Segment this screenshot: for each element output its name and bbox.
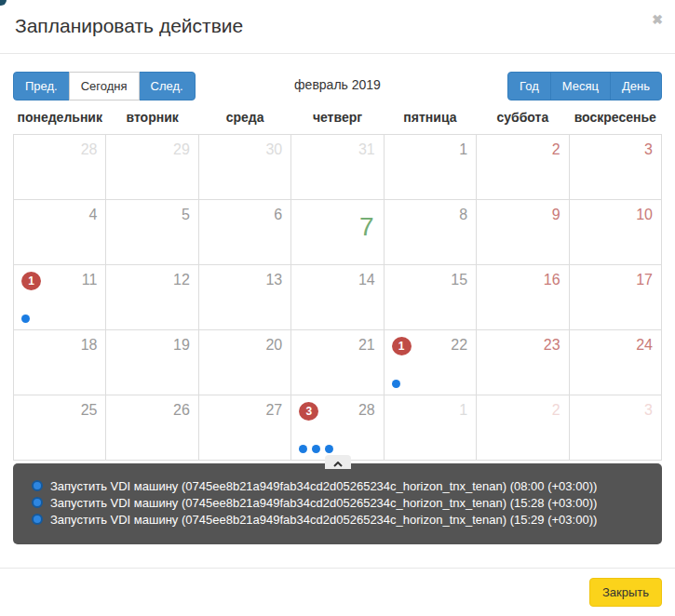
day-number: 19 (173, 337, 190, 354)
day-number: 7 (359, 212, 374, 242)
day-cell-29[interactable]: 29 (106, 135, 198, 200)
day-number: 2 (552, 141, 560, 158)
day-number: 1 (459, 402, 467, 419)
event-dots (21, 315, 30, 323)
day-cell-11[interactable]: 111 (14, 265, 106, 330)
day-number: 30 (265, 141, 282, 158)
day-number: 29 (173, 141, 190, 158)
event-text: Запустить VDI машину (0745ee8b21a949fab3… (50, 496, 597, 510)
calendar-week-row: 111121314151617 (14, 265, 662, 330)
day-number: 2 (552, 402, 560, 419)
day-cell-1[interactable]: 1 (384, 395, 476, 461)
nav--button[interactable]: Сегодня (69, 72, 140, 100)
calendar-week-row: 28293031123 (14, 135, 662, 200)
weekday-header: четверг (291, 104, 384, 135)
weekday-header: среда (198, 104, 290, 135)
day-cell-14[interactable]: 14 (291, 265, 384, 330)
day-cell-6[interactable]: 6 (198, 200, 290, 265)
day-cell-10[interactable]: 10 (569, 200, 661, 265)
day-number: 8 (459, 207, 467, 223)
events-tooltip: Запустить VDI машину (0745ee8b21a949fab3… (13, 463, 662, 544)
day-number: 11 (82, 272, 98, 288)
close-button[interactable]: Закрыть (589, 578, 662, 607)
day-cell-3[interactable]: 3 (569, 395, 661, 461)
view--button[interactable]: Месяц (550, 72, 611, 100)
day-number: 1 (459, 141, 467, 158)
day-cell-28[interactable]: 328 (291, 395, 384, 461)
nav--button[interactable]: След. (139, 72, 196, 100)
day-cell-31[interactable]: 31 (291, 135, 384, 200)
event-dot-icon (299, 445, 307, 453)
event-list-item[interactable]: Запустить VDI машину (0745ee8b21a949fab3… (32, 511, 645, 528)
event-list-item[interactable]: Запустить VDI машину (0745ee8b21a949fab3… (32, 494, 645, 511)
day-cell-20[interactable]: 20 (198, 330, 290, 395)
day-cell-3[interactable]: 3 (569, 135, 661, 200)
day-number: 5 (182, 207, 190, 223)
event-dots (392, 380, 400, 388)
event-text: Запустить VDI машину (0745ee8b21a949fab3… (50, 513, 597, 527)
day-cell-23[interactable]: 23 (477, 330, 569, 395)
event-bullet-icon (32, 514, 43, 525)
day-number: 23 (544, 337, 560, 354)
day-cell-21[interactable]: 21 (291, 330, 384, 395)
day-cell-30[interactable]: 30 (198, 135, 290, 200)
day-cell-9[interactable]: 9 (477, 200, 569, 265)
day-cell-28[interactable]: 28 (14, 135, 106, 200)
day-cell-13[interactable]: 13 (198, 265, 290, 330)
day-cell-24[interactable]: 24 (569, 330, 661, 395)
day-number: 31 (358, 141, 375, 158)
day-number: 28 (358, 402, 375, 419)
weekday-header: суббота (477, 104, 569, 135)
day-number: 4 (89, 207, 98, 223)
day-number: 24 (636, 337, 653, 354)
calendar-week-row: 45678910 (14, 200, 662, 265)
event-dot-icon (21, 315, 30, 323)
event-count-badge: 1 (392, 337, 412, 355)
nav--button[interactable]: Пред. (13, 72, 70, 100)
event-count-badge: 3 (299, 402, 318, 421)
day-cell-2[interactable]: 2 (477, 395, 569, 461)
day-cell-5[interactable]: 5 (106, 200, 198, 265)
event-text: Запустить VDI машину (0745ee8b21a949fab3… (50, 479, 597, 493)
day-cell-27[interactable]: 27 (198, 395, 290, 461)
event-bullet-icon (32, 480, 43, 491)
day-number: 17 (636, 272, 653, 288)
modal-header: Запланировать действие ✖ (0, 0, 675, 54)
day-number: 22 (451, 337, 467, 354)
event-list-item[interactable]: Запустить VDI машину (0745ee8b21a949fab3… (32, 477, 645, 494)
weekday-header-row: понедельниквторниксредачетвергпятницасуб… (14, 104, 662, 135)
day-cell-7[interactable]: 7 (291, 200, 384, 265)
day-cell-25[interactable]: 25 (14, 395, 106, 461)
day-number: 25 (81, 402, 98, 419)
event-count-badge: 1 (21, 272, 41, 290)
calendar-table: понедельниквторниксредачетвергпятницасуб… (13, 104, 662, 461)
day-cell-26[interactable]: 26 (106, 395, 198, 461)
day-cell-17[interactable]: 17 (569, 265, 661, 330)
day-cell-16[interactable]: 16 (477, 265, 569, 330)
calendar-nav-group: Пред.СегодняСлед. (13, 72, 196, 100)
collapse-tab[interactable] (325, 455, 351, 469)
event-dots (299, 445, 333, 453)
day-cell-8[interactable]: 8 (384, 200, 476, 265)
day-number: 16 (544, 272, 560, 288)
day-number: 3 (644, 402, 653, 419)
day-cell-2[interactable]: 2 (477, 135, 569, 200)
day-cell-15[interactable]: 15 (384, 265, 476, 330)
close-icon[interactable]: ✖ (652, 13, 663, 26)
event-dot-icon (392, 380, 400, 388)
day-cell-18[interactable]: 18 (14, 330, 106, 395)
view--button[interactable]: День (610, 72, 662, 100)
day-number: 9 (552, 207, 560, 223)
schedule-action-modal: Запланировать действие ✖ Пред.СегодняСле… (0, 0, 675, 544)
calendar-week-row: 252627328123 (14, 395, 662, 461)
modal-title: Запланировать действие (15, 15, 661, 37)
view--button[interactable]: Год (507, 72, 551, 100)
day-number: 6 (274, 207, 282, 223)
day-cell-12[interactable]: 12 (106, 265, 198, 330)
day-cell-19[interactable]: 19 (106, 330, 198, 395)
day-cell-22[interactable]: 122 (384, 330, 476, 395)
day-cell-4[interactable]: 4 (14, 200, 106, 265)
weekday-header: пятница (384, 104, 476, 135)
day-cell-1[interactable]: 1 (384, 135, 476, 200)
event-dot-icon (312, 445, 320, 453)
